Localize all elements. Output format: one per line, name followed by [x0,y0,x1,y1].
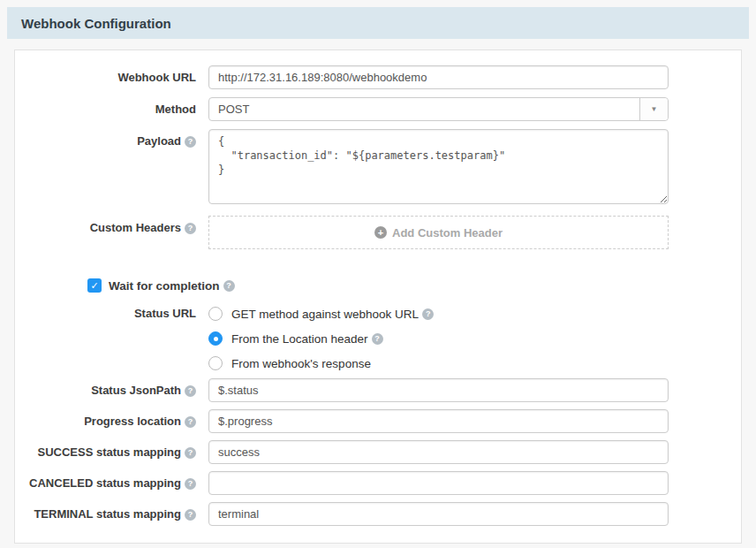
radio-option-webhook-response[interactable]: From webhook's response [208,356,669,370]
webhook-url-row: Webhook URL [15,65,741,89]
success-mapping-label: SUCCESS status mapping [37,445,181,459]
section-header: Webhook Configuration [7,7,749,39]
status-jsonpath-input[interactable] [208,378,669,402]
webhook-url-input[interactable] [208,65,669,89]
success-mapping-label-wrap: SUCCESS status mapping? [15,445,208,460]
help-icon[interactable]: ? [185,385,196,397]
terminal-mapping-label-wrap: TERMINAL status mapping? [15,507,208,521]
progress-location-label: Progress location [84,415,181,428]
method-row: Method POST ▼ [15,97,741,121]
status-jsonpath-label: Status JsonPath [91,384,181,397]
help-icon[interactable]: ? [185,416,196,428]
chevron-down-icon: ▼ [651,105,658,113]
wait-for-completion-row: ✓ Wait for completion ? [87,278,741,293]
method-select-arrow-button[interactable]: ▼ [639,98,668,120]
help-icon[interactable]: ? [185,223,196,234]
help-icon[interactable]: ? [372,333,383,345]
radio-option-location-header[interactable]: From the Location header ? [208,331,669,346]
status-url-label: Status URL [15,307,208,321]
progress-location-input[interactable] [208,409,669,433]
help-icon[interactable]: ? [223,280,235,292]
custom-headers-label-wrap: Custom Headers? [15,216,208,235]
add-custom-header-button[interactable]: + Add Custom Header [208,216,669,249]
method-selected-value: POST [209,103,639,116]
radio-icon[interactable] [208,307,223,321]
plus-circle-icon: + [374,226,387,239]
terminal-mapping-label: TERMINAL status mapping [34,507,181,521]
payload-label-wrap: Payload? [15,129,208,148]
canceled-mapping-label-wrap: CANCELED status mapping? [15,476,208,491]
canceled-mapping-row: CANCELED status mapping? [15,471,741,495]
status-url-radio-group: GET method against webhook URL ? From th… [208,307,669,370]
method-label: Method [15,103,208,117]
wait-for-completion-checkbox[interactable]: ✓ [87,278,102,293]
status-url-row: Status URL GET method against webhook UR… [15,307,741,370]
payload-textarea[interactable]: { "transaction_id": "${parameters.testpa… [208,129,669,204]
webhook-config-panel: Webhook URL Method POST ▼ Payload? { "tr… [14,49,742,544]
radio-label: From webhook's response [231,357,371,370]
checkmark-icon: ✓ [90,280,98,291]
canceled-mapping-input[interactable] [208,471,669,495]
status-jsonpath-row: Status JsonPath? [15,378,741,402]
help-icon[interactable]: ? [422,308,434,320]
radio-option-get-method[interactable]: GET method against webhook URL ? [208,307,669,321]
help-icon[interactable]: ? [185,509,196,521]
canceled-mapping-label: CANCELED status mapping [29,476,181,490]
payload-label: Payload [137,134,181,148]
help-icon[interactable]: ? [185,136,196,148]
page-title: Webhook Configuration [21,16,171,31]
progress-location-row: Progress location? [15,409,741,433]
custom-headers-row: Custom Headers? + Add Custom Header [15,216,741,249]
status-jsonpath-label-wrap: Status JsonPath? [15,384,208,398]
custom-headers-label: Custom Headers [90,221,181,234]
radio-label: From the Location header [231,332,368,346]
terminal-mapping-input[interactable] [208,502,669,526]
radio-icon[interactable] [208,356,223,370]
success-mapping-input[interactable] [208,440,669,464]
method-select[interactable]: POST ▼ [208,97,669,121]
radio-icon-selected[interactable] [208,331,223,346]
terminal-mapping-row: TERMINAL status mapping? [15,502,741,526]
webhook-url-label: Webhook URL [15,71,208,85]
wait-for-completion-label: Wait for completion [109,279,220,293]
add-custom-header-label: Add Custom Header [392,226,503,240]
progress-location-label-wrap: Progress location? [15,415,208,429]
help-icon[interactable]: ? [185,447,196,459]
radio-label: GET method against webhook URL [231,308,419,321]
payload-row: Payload? { "transaction_id": "${paramete… [15,129,741,208]
help-icon[interactable]: ? [185,478,196,490]
success-mapping-row: SUCCESS status mapping? [15,440,741,464]
